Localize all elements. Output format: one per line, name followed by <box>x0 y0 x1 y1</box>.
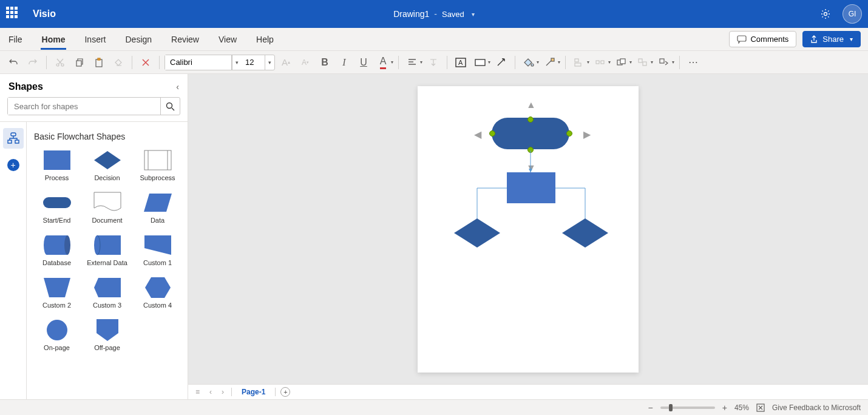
share-label: Share <box>822 35 844 44</box>
page-tabs-bar: ≡ ‹ › Page-1 + <box>188 384 868 399</box>
stencil-flowchart-button[interactable] <box>3 128 24 149</box>
align-button[interactable]: ▾ <box>404 54 422 71</box>
tab-file[interactable]: File <box>7 30 24 49</box>
prev-page-button[interactable]: ‹ <box>207 388 214 396</box>
underline-button[interactable]: U <box>355 54 372 71</box>
tab-help[interactable]: Help <box>255 30 275 49</box>
next-page-button[interactable]: › <box>219 388 226 396</box>
shape-decision[interactable]: Decision <box>84 150 130 181</box>
format-painter-button[interactable] <box>110 54 127 71</box>
shape-subprocess[interactable]: Subprocess <box>135 150 180 181</box>
chevron-down-icon[interactable]: ▾ <box>265 55 274 70</box>
add-stencil-button[interactable]: + <box>3 155 24 175</box>
bold-button[interactable]: B <box>316 54 333 71</box>
tab-view[interactable]: View <box>217 30 238 49</box>
svg-rect-9 <box>475 59 485 66</box>
shapes-panel-title: Shapes <box>8 81 43 92</box>
vertical-align-button[interactable] <box>425 54 442 71</box>
document-title[interactable]: Drawing1 - Saved ▾ <box>393 9 475 19</box>
arrange-button[interactable]: ▾ <box>613 54 632 71</box>
shape-externaldata[interactable]: External Data <box>84 235 130 266</box>
svg-point-21 <box>167 103 172 108</box>
svg-point-37 <box>47 320 67 340</box>
cut-button[interactable] <box>52 54 69 71</box>
canvas-process-shape[interactable] <box>507 172 555 203</box>
zoom-in-button[interactable]: + <box>722 403 727 413</box>
shrink-font-button[interactable]: A▾ <box>297 54 314 71</box>
italic-button[interactable]: I <box>336 54 353 71</box>
app-launcher-icon[interactable] <box>6 7 21 21</box>
settings-icon[interactable] <box>819 8 832 20</box>
copy-button[interactable] <box>71 54 88 71</box>
drawing-page[interactable]: ▲ ◀ ▶ ▼ <box>418 86 639 373</box>
grow-font-button[interactable]: A▴ <box>277 54 294 71</box>
align-shapes-button[interactable]: ▾ <box>571 54 589 71</box>
search-button[interactable] <box>160 98 180 115</box>
text-box-button[interactable]: A <box>452 54 469 71</box>
page-tabs-menu-icon[interactable]: ≡ <box>193 388 202 396</box>
line-button[interactable]: ▾ <box>541 54 560 71</box>
change-shape-button[interactable]: ▾ <box>656 54 674 71</box>
user-avatar[interactable]: GI <box>843 4 862 24</box>
group-button[interactable]: ▾ <box>634 54 653 71</box>
zoom-out-button[interactable]: − <box>648 403 653 413</box>
font-picker[interactable]: ▾ ▾ <box>164 55 275 70</box>
collapse-panel-button[interactable]: ‹ <box>176 82 179 92</box>
chevron-down-icon: ▾ <box>850 36 853 42</box>
comments-button[interactable]: Comments <box>729 31 796 47</box>
font-name-input[interactable] <box>165 55 232 70</box>
stencil-rail: + <box>0 122 27 399</box>
shape-onpage[interactable]: On-page <box>34 320 80 351</box>
add-page-button[interactable]: + <box>280 387 290 397</box>
paste-button[interactable] <box>90 54 107 71</box>
svg-rect-12 <box>575 59 578 62</box>
shape-process[interactable]: Process <box>34 150 80 181</box>
redo-button[interactable] <box>24 54 41 71</box>
svg-rect-6 <box>98 58 100 60</box>
svg-rect-19 <box>643 62 646 66</box>
fill-button[interactable]: ▾ <box>520 54 539 71</box>
delete-button[interactable] <box>137 54 154 71</box>
fit-to-window-button[interactable] <box>756 403 765 412</box>
svg-marker-31 <box>144 194 172 212</box>
shape-custom3[interactable]: Custom 3 <box>84 277 130 309</box>
shape-custom2[interactable]: Custom 2 <box>34 277 80 309</box>
tab-design[interactable]: Design <box>124 30 153 49</box>
svg-rect-13 <box>575 63 581 66</box>
more-commands-button[interactable]: ⋯ <box>685 54 702 71</box>
position-button[interactable]: ▾ <box>592 54 611 71</box>
tab-insert[interactable]: Insert <box>83 30 107 49</box>
svg-rect-15 <box>601 61 604 64</box>
canvas-decision-shape-right[interactable] <box>561 217 609 249</box>
connector-button[interactable] <box>493 54 510 71</box>
zoom-slider[interactable] <box>660 407 715 409</box>
shape-database[interactable]: Database <box>34 235 80 266</box>
shape-offpage[interactable]: Off-page <box>84 320 130 351</box>
font-color-button[interactable]: A▾ <box>375 54 393 71</box>
font-size-input[interactable] <box>242 55 265 70</box>
shape-document[interactable]: Document <box>84 192 130 224</box>
search-input[interactable] <box>8 98 160 115</box>
svg-rect-18 <box>639 59 642 62</box>
chevron-down-icon[interactable]: ▾ <box>232 55 242 70</box>
tab-review[interactable]: Review <box>170 30 200 49</box>
shape-startend[interactable]: Start/End <box>34 192 80 224</box>
canvas-viewport[interactable]: ▲ ◀ ▶ ▼ <box>188 74 868 384</box>
shape-style-button[interactable]: ▾ <box>472 54 490 71</box>
undo-button[interactable] <box>5 54 22 71</box>
share-button[interactable]: Share ▾ <box>802 31 861 47</box>
shape-custom1[interactable]: Custom 1 <box>135 235 180 266</box>
svg-point-32 <box>64 235 70 255</box>
svg-rect-27 <box>144 150 171 170</box>
shape-data[interactable]: Data <box>135 192 180 224</box>
canvas-decision-shape-left[interactable] <box>453 217 501 249</box>
save-status: Saved <box>442 10 464 19</box>
svg-point-0 <box>824 13 827 16</box>
zoom-level[interactable]: 45% <box>734 403 749 412</box>
page-tab-current[interactable]: Page-1 <box>237 388 270 396</box>
tab-home[interactable]: Home <box>41 30 67 49</box>
user-initials: GI <box>849 10 856 18</box>
shape-grid: Process Decision Subprocess Start/End Do… <box>34 150 180 351</box>
feedback-link[interactable]: Give Feedback to Microsoft <box>772 403 861 412</box>
shape-custom4[interactable]: Custom 4 <box>135 277 180 309</box>
